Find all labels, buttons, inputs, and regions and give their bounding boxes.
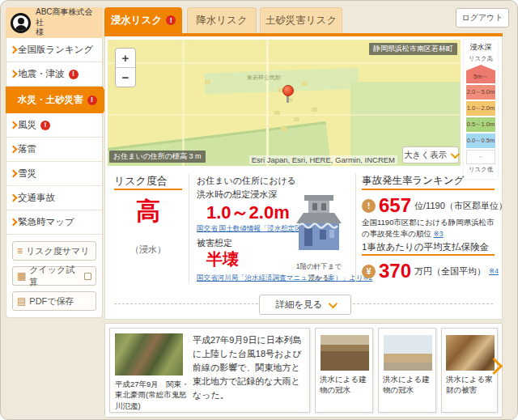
photo-card[interactable]: 洪水による建物の冠水 [315,328,373,413]
flooded-house-photo [384,335,432,371]
flooded-house-illustration [289,193,349,260]
user-avatar-icon [11,13,31,33]
sidebar-item-label: 緊急時マップ [18,216,74,228]
zoom-out-button[interactable]: − [116,67,135,87]
list-icon: ≡ [17,246,23,256]
ranking-title: 事故発生率ランキング [362,174,464,188]
flood-aerial-photo [115,333,183,375]
depth-value: 1.0～2.0m [206,201,290,225]
legend-risk-high-label: リスク高 [466,55,495,63]
chevron-down-icon [328,299,337,308]
ranking-value: 657 [379,194,411,217]
feature-card[interactable]: 平成27年9月 関東・東北豪雨(常総市鬼怒川氾濫) 平成27年9月9日に日本列島… [109,328,310,413]
logout-button[interactable]: ログアウト [456,8,509,28]
sidebar-item-traffic-accident[interactable]: 交通事故 [6,186,102,210]
map-road [108,62,461,64]
sidebar-item-earthquake-tsunami[interactable]: 地震・津波 ! [6,62,102,87]
ranking-note-link[interactable]: ※3 [434,230,444,238]
sidebar-tools: ≡ リスク度サマリ ▦ クイック試算 ▤ PDFで保存 [6,235,102,311]
legend-title: 浸水深 [466,42,495,53]
map-poi-label: 東若林公民館 [247,74,281,82]
calculator-icon: ▦ [17,271,26,281]
risk-summary-button[interactable]: ≡ リスク度サマリ [12,241,96,261]
sidebar-item-national-ranking[interactable]: 全国版ランキング [6,38,102,62]
payment-note-link[interactable]: ※4 [489,267,499,275]
enlarge-map-button[interactable]: 大きく表示 [402,146,459,163]
underline [362,254,495,256]
chevron-right-icon [10,70,18,78]
damage-value: 半壊 [206,248,239,270]
sidebar-item-emergency-map[interactable]: 緊急時マップ [6,210,102,235]
risk-degree-title: リスク度合 [114,174,182,189]
save-pdf-button[interactable]: ▤ PDFで保存 [12,291,96,311]
view-details-label: 詳細を見る [275,299,322,311]
sidebar-item-snow[interactable]: 雪災 [6,162,102,186]
alert-badge-icon: ! [166,15,176,25]
ranking-row: ! 657 位/1190（市区郡単位） [362,194,507,217]
sidebar-item-wind[interactable]: 風災 ! [6,113,102,138]
chevron-right-icon [10,170,18,178]
map-zoom-control: + − [115,48,136,87]
tab-flood-risk[interactable]: 浸水リスク ! [104,7,182,33]
payment-title: 1事故あたりの平均支払保険金 [362,241,489,253]
exclamation-circle-icon: ! [362,199,376,213]
payment-row: ¥ 370 万円（全国平均） ※4 [362,260,499,282]
account-box: ABC商事株式会社様 [6,7,103,38]
zoom-in-button[interactable]: + [116,49,135,67]
legend-item: ～ [466,150,495,164]
external-link-icon [84,273,91,280]
divider [355,174,356,282]
alert-badge-icon: ! [87,95,97,105]
tab-landslide-risk[interactable]: 土砂災害リスク [260,7,342,33]
flood-risk-map[interactable]: 東若林公民館 静岡県浜松市南区若林町 お住まいの住所の標高 3 m Esri J… [108,40,461,166]
payment-suffix: 万円（全国平均） [414,265,486,278]
underline [114,189,182,190]
alert-badge-icon: ! [69,70,79,79]
yen-circle-icon: ¥ [362,265,376,278]
chevron-right-icon [10,121,18,129]
tab-rainfall-risk[interactable]: 降水リスク [187,7,257,33]
app-window: ABC商事株式会社様 全国版ランキング 地震・津波 ! 水災・土砂災害 ! 風災… [0,0,518,420]
enlarge-map-label: 大きく表示 [404,150,447,161]
divider [189,174,189,282]
legend-item: 5m～ [466,65,495,83]
tool-button-label: PDFで保存 [29,295,74,308]
sidebar-item-flood-landslide[interactable]: 水災・土砂災害 ! [6,87,103,113]
legend-item: 1.0～2.0m [466,101,495,116]
tab-label: 浸水リスク [111,14,162,28]
map-road [108,114,461,116]
risk-degree-value: 高 [114,195,182,228]
location-pin-icon [282,85,294,96]
chevron-right-icon [10,146,18,154]
tab-label: 降水リスク [196,14,247,28]
chevron-down-icon [451,149,460,158]
flood-depth-legend: 浸水深 リスク高 5m～ 2.0～5.0m 1.0～2.0m 0.5～1.0m … [464,40,498,179]
legend-item: 0.0～0.5m [466,134,495,148]
ranking-suffix: 位/1190（市区郡単位） [414,200,507,212]
card-caption: 洪水による家財の被害 [446,374,495,396]
feature-description: 平成27年9月9日に日本列島に上陸した台風18号および前線の影響で、関東地方と東… [193,333,306,402]
payment-value: 370 [379,260,411,282]
tool-button-label: クイック試算 [29,264,80,288]
feature-caption: 平成27年9月 関東・東北豪雨(常総市鬼怒川氾濫) [115,379,189,411]
map-attribution: Esri Japan, Esri, HERE, Garmin, INCREM [249,155,397,164]
pdf-icon: ▤ [17,296,26,306]
quick-estimate-button[interactable]: ▦ クイック試算 [12,266,96,286]
view-details-button[interactable]: 詳細を見る [259,295,351,315]
card-caption: 洪水による建物の冠水 [383,374,433,396]
sidebar-item-label: 落雷 [18,143,36,155]
depth-label: お住まいの住所における 洪水時の想定浸水深 [197,174,296,201]
photo-card[interactable]: 洪水による建物の冠水 [378,328,436,413]
map-road [182,40,185,166]
map-elevation-label: お住まいの住所の標高 3 m [109,151,206,163]
map-road [266,40,269,166]
sidebar-menu: 全国版ランキング 地震・津波 ! 水災・土砂災害 ! 風災 ! 落雷 雪災 交通… [6,38,103,318]
legend-risk-low-label: リスク低 [466,166,495,174]
house-caption: 1階の軒下まで 浸かる [282,261,355,283]
sidebar-item-label: 雪災 [18,168,36,180]
chevron-right-icon [10,46,18,54]
sidebar-item-lightning[interactable]: 落雷 [6,138,102,162]
sidebar-item-label: 交通事故 [18,192,55,204]
map-location-label: 静岡県浜松市南区若林町 [369,43,457,55]
ranking-description: 全国1190市区郡における静岡県浜松市の事故発生率の順位 ※3 [362,217,495,240]
